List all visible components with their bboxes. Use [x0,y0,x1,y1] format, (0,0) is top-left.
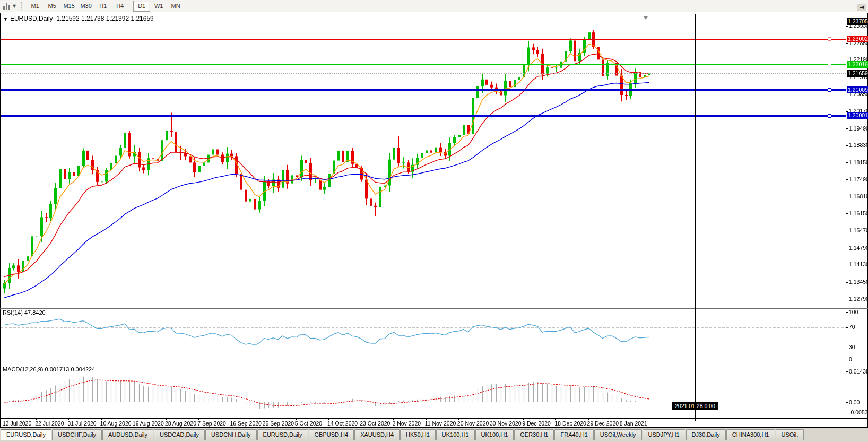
mt4-window: ▼ M1M5M15M30H1H4D1W1MN ▼EURUSD,Daily 1.2… [0,0,868,442]
chart-tab-bar: EURUSD,DailyUSDCHF,DailyAUDUSD,DailyUSDC… [0,428,868,442]
tab-usdcnh-daily[interactable]: USDCNH,Daily [205,429,257,440]
price-axis-tick: 1.15470 [849,227,868,233]
tab-scroll-left-button[interactable]: ◄ [857,4,866,11]
macd-axis-tick: -0.005394 [849,409,868,415]
tab-audusd-daily[interactable]: AUDUSD,Daily [102,429,153,440]
tab-fra40-h1[interactable]: FRA40,H1 [554,429,593,440]
tab-gbpusd-h4[interactable]: GBPUSD,H4 [309,429,354,440]
price-axis-tick: 1.16150 [849,210,868,216]
tab-xauusd-h4[interactable]: XAUUSD,H4 [354,429,400,440]
date-axis-label: 25 Sep 2020 [263,420,294,427]
macd-axis-tick: 0.014384 [849,368,868,375]
date-axis-label: 10 Aug 2020 [100,420,132,427]
date-axis-label: 18 Dec 2020 [554,420,586,427]
macd-axis-tick: 0.00 [849,399,860,405]
tab-usdjpy-h1[interactable]: USDJPY,H1 [643,429,685,440]
price-axis-tick: 1.18150 [849,159,868,166]
rsi-axis-tick: 70 [849,324,855,330]
price-badge-1.22016: 1.22016 [847,61,868,68]
date-axis-label: 11 Nov 2020 [425,420,456,427]
tab-usdcad-daily[interactable]: USDCAD,Daily [154,429,205,440]
date-axis-label: 13 Jul 2020 [3,420,31,427]
price-axis-tick: 1.14130 [849,261,868,267]
price-axis-tick: 1.18830 [849,142,868,148]
date-axis-label: 9 Dec 2020 [522,420,551,427]
rsi-label: RSI(14) 47.8420 [3,309,46,316]
date-axis-label: 22 Jul 2020 [35,420,64,427]
tab-uk100-h1[interactable]: UK100,H1 [475,429,514,440]
date-axis-label: 23 Oct 2020 [360,420,390,427]
price-badge-1.23705: 1.23705 [847,18,868,25]
tab-eurusd-daily-active[interactable]: EURUSD,Daily [1,429,51,440]
date-axis-label: 2 Nov 2020 [392,420,421,427]
date-axis-label: 8 Jan 2021 [620,420,647,427]
date-axis-label: 16 Sep 2020 [230,420,262,427]
tab-usdchf-daily[interactable]: USDCHF,Daily [52,429,102,440]
date-axis-label: 19 Aug 2020 [133,420,164,427]
macd-label: MACD(12,26,9) 0.001713 0.004224 [3,366,95,372]
price-axis-tick: 1.16810 [849,193,868,200]
price-badge-1.20001: 1.20001 [847,112,868,119]
chart-canvas[interactable] [0,0,868,442]
price-badge-1.21659: 1.21659 [847,70,868,77]
tab-hk50-h1[interactable]: HK50,H1 [400,429,436,440]
date-axis-label: 20 Nov 2020 [457,420,489,427]
price-axis-tick: 1.12790 [849,296,868,302]
price-axis-tick: 1.13450 [849,279,868,285]
rsi-axis-tick: 100 [849,309,858,315]
price-axis-tick: 1.19490 [849,125,868,132]
chart-symbol: EURUSD,Daily [10,15,53,22]
price-axis-tick: 1.17490 [849,176,868,183]
date-axis-label: 5 Oct 2020 [295,420,322,427]
date-axis-label: 31 Jul 2020 [67,420,96,427]
tab-china300-h1[interactable]: CHINA300,H1 [726,429,775,440]
date-axis-label: 14 Oct 2020 [327,420,358,427]
price-badge-1.23002: 1.23002 [847,36,868,42]
chart-header: ▼EURUSD,Daily 1.21592 1.21738 1.21392 1.… [3,15,154,22]
tab-ger30-h1[interactable]: GER30,H1 [514,429,554,440]
tab-usoil[interactable]: USOil, [776,429,804,440]
date-axis-label: 30 Nov 2020 [490,420,522,427]
tab-uk100-h1[interactable]: UK100,H1 [436,429,475,440]
date-axis-label: 29 Dec 2020 [587,420,619,427]
rsi-axis-tick: 0 [849,356,852,362]
tab-eurusd-daily[interactable]: EURUSD,Daily [257,429,308,440]
rsi-axis-tick: 30 [849,344,855,350]
triangle-down-icon[interactable]: ▼ [3,16,8,22]
price-axis-tick: 1.14790 [849,245,868,251]
date-axis-label: 28 Aug 2020 [165,420,196,427]
date-axis-label: 7 Sep 2020 [197,420,226,427]
tab-dj30-daily[interactable]: DJ30,Daily [686,429,726,440]
tab-usoil-weekly[interactable]: USOil,Weekly [594,429,642,440]
vline-date-tooltip: 2021.01.28 0:00 [672,402,718,410]
price-badge-1.21009: 1.21009 [847,86,868,93]
chart-ohlc: 1.21592 1.21738 1.21392 1.21659 [56,15,154,22]
